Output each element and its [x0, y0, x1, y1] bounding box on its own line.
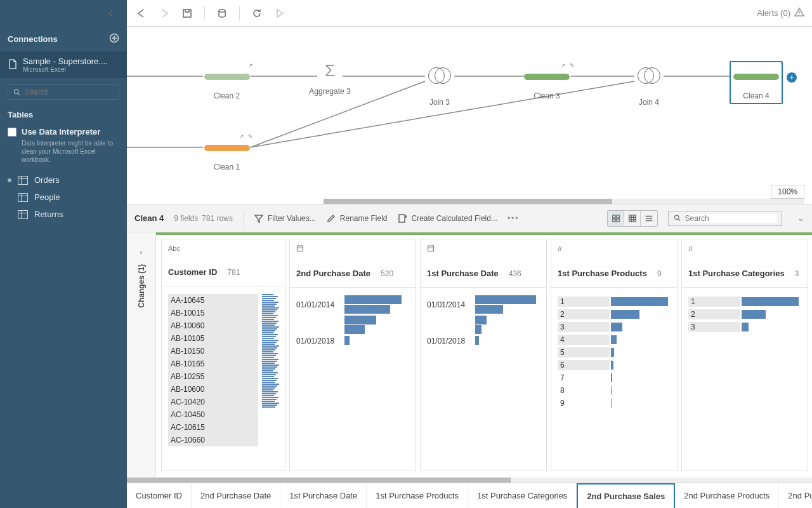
- data-interpreter-checkbox[interactable]: [8, 128, 16, 137]
- view-mode-toggle: [607, 210, 658, 227]
- profile-horizontal-scrollbar[interactable]: [127, 478, 812, 483]
- grid-tab[interactable]: 2nd Purchase Products: [675, 483, 779, 508]
- value-row[interactable]: AB-10165: [168, 358, 258, 370]
- sigma-icon: Σ: [317, 61, 343, 81]
- histogram-row[interactable]: 01/01/2018: [427, 336, 540, 345]
- value-row[interactable]: AB-10150: [168, 345, 258, 358]
- sidebar-collapse-button[interactable]: [104, 6, 118, 20]
- flow-canvas[interactable]: ↗ Clean 2 Σ Aggregate 3 Join 3 ↗✎ Clean …: [127, 27, 812, 204]
- field-value-count: 520: [381, 269, 393, 278]
- value-row[interactable]: 1: [688, 295, 801, 308]
- value-row[interactable]: AA-10645: [168, 294, 258, 307]
- flow-node-clean2[interactable]: ↗ Clean 2: [203, 65, 251, 100]
- histogram-row[interactable]: [296, 316, 409, 335]
- grid-tab[interactable]: 2nd Purchase Sales: [577, 483, 675, 508]
- profile-card[interactable]: AbcCustomer ID781AA-10645AB-10015AB-1006…: [161, 239, 285, 471]
- zoom-control[interactable]: 100%: [771, 185, 804, 199]
- grid-tab[interactable]: 1st Purchase Products: [367, 483, 468, 508]
- value-row[interactable]: AB-10060: [168, 319, 258, 332]
- value-row[interactable]: 2: [688, 308, 801, 321]
- edit-icon: ✎: [568, 62, 576, 70]
- add-connection-button[interactable]: [109, 33, 119, 45]
- value-row[interactable]: 3: [558, 321, 671, 333]
- value-row[interactable]: 2: [558, 308, 671, 321]
- view-list-button[interactable]: [641, 211, 657, 226]
- view-profile-button[interactable]: [608, 211, 624, 226]
- svg-rect-17: [616, 218, 619, 221]
- flow-horizontal-scrollbar[interactable]: [324, 199, 804, 204]
- value-row[interactable]: 1: [558, 295, 671, 308]
- value-row[interactable]: AC-10450: [168, 408, 258, 421]
- alerts-label[interactable]: Alerts (0): [757, 8, 790, 18]
- grid-tab[interactable]: 2nd Purchase Catego: [779, 483, 812, 508]
- profile-search[interactable]: [668, 211, 782, 226]
- rename-field-button[interactable]: Rename Field: [326, 213, 388, 224]
- value-row[interactable]: 6: [558, 359, 671, 371]
- profile-card[interactable]: #1st Purchase Categories3123: [681, 239, 808, 471]
- value-row[interactable]: AB-10255: [168, 370, 258, 383]
- value-row[interactable]: AB-10015: [168, 307, 258, 319]
- value-row[interactable]: 9: [558, 397, 671, 410]
- expand-options-button[interactable]: ⌄: [797, 213, 804, 223]
- profile-card[interactable]: 2nd Purchase Date52001/01/201401/01/2018: [289, 239, 416, 471]
- connections-heading: Connections: [8, 34, 58, 44]
- histogram-row[interactable]: [427, 316, 540, 335]
- connection-subtitle: Microsoft Excel: [23, 66, 108, 73]
- more-options-button[interactable]: •••: [508, 214, 520, 223]
- table-item[interactable]: Orders: [0, 171, 127, 189]
- forward-button[interactable]: [157, 6, 171, 20]
- flow-node-clean1[interactable]: ↗✎ Clean 1: [203, 136, 251, 171]
- flow-node-join4[interactable]: Join 4: [634, 64, 664, 107]
- table-name: Returns: [34, 210, 63, 219]
- data-grid-tabs: Customer ID2nd Purchase Date1st Purchase…: [127, 483, 812, 508]
- save-button[interactable]: [180, 6, 194, 20]
- create-calculated-field-button[interactable]: Create Calculated Field...: [398, 213, 497, 224]
- grid-tab[interactable]: 1st Purchase Categories: [468, 483, 577, 508]
- field-title: 1st Purchase Date: [427, 269, 499, 278]
- value-row[interactable]: AC-10420: [168, 396, 258, 408]
- profile-card[interactable]: 1st Purchase Date43601/01/201401/01/2018: [420, 239, 547, 471]
- table-item[interactable]: People: [0, 189, 127, 206]
- connection-item-active[interactable]: Sample - Superstore.... Microsoft Excel: [0, 51, 127, 78]
- refresh-button[interactable]: [250, 6, 264, 20]
- value-row[interactable]: AC-10660: [168, 434, 258, 446]
- value-row[interactable]: AC-10615: [168, 421, 258, 434]
- grid-tab[interactable]: Customer ID: [127, 483, 192, 508]
- profile-cards: AbcCustomer ID781AA-10645AB-10015AB-1006…: [156, 232, 812, 478]
- add-step-button[interactable]: +: [787, 72, 797, 83]
- table-name: Orders: [34, 175, 60, 185]
- run-flow-button[interactable]: [273, 6, 287, 20]
- value-row[interactable]: 3: [688, 321, 801, 333]
- flow-node-join3[interactable]: Join 3: [425, 64, 454, 107]
- value-row[interactable]: 4: [558, 333, 671, 346]
- histogram-row[interactable]: 01/01/2018: [296, 336, 409, 345]
- profile-search-input[interactable]: [685, 214, 776, 223]
- back-button[interactable]: [134, 6, 148, 20]
- value-row[interactable]: 7: [558, 371, 671, 384]
- profile-pane: › Changes (1) AbcCustomer ID781AA-10645A…: [127, 232, 812, 478]
- flow-node-clean3[interactable]: ↗✎ Clean 3: [521, 65, 572, 100]
- filter-values-button[interactable]: Filter Values...: [254, 213, 316, 224]
- flow-node-clean4-selected[interactable]: ↗ Clean 4: [730, 61, 783, 104]
- mini-distribution: [262, 294, 278, 446]
- view-grid-button[interactable]: [624, 211, 641, 226]
- histogram-row[interactable]: 01/01/2014: [427, 295, 540, 314]
- grid-tab[interactable]: 2nd Purchase Date: [192, 483, 280, 508]
- profile-card[interactable]: #1st Purchase Products9123456789: [551, 239, 678, 471]
- svg-rect-13: [399, 215, 405, 222]
- histogram-row[interactable]: 01/01/2014: [296, 295, 409, 314]
- sidebar-search-input[interactable]: [25, 88, 114, 97]
- sidebar-search[interactable]: [8, 84, 119, 100]
- value-row[interactable]: 8: [558, 384, 671, 397]
- grid-tab[interactable]: 1st Purchase Date: [280, 483, 367, 508]
- changes-rail[interactable]: › Changes (1): [127, 232, 156, 478]
- value-row[interactable]: 5: [558, 346, 671, 359]
- flow-node-aggregate3[interactable]: Σ Aggregate 3: [317, 61, 343, 96]
- svg-rect-18: [629, 215, 636, 222]
- table-item[interactable]: Returns: [0, 206, 127, 223]
- field-type-icon: Abc: [168, 244, 278, 252]
- database-button[interactable]: [215, 6, 229, 20]
- value-row[interactable]: AB-10600: [168, 383, 258, 396]
- value-row[interactable]: AB-10105: [168, 332, 258, 345]
- alerts-icon[interactable]: [794, 7, 804, 19]
